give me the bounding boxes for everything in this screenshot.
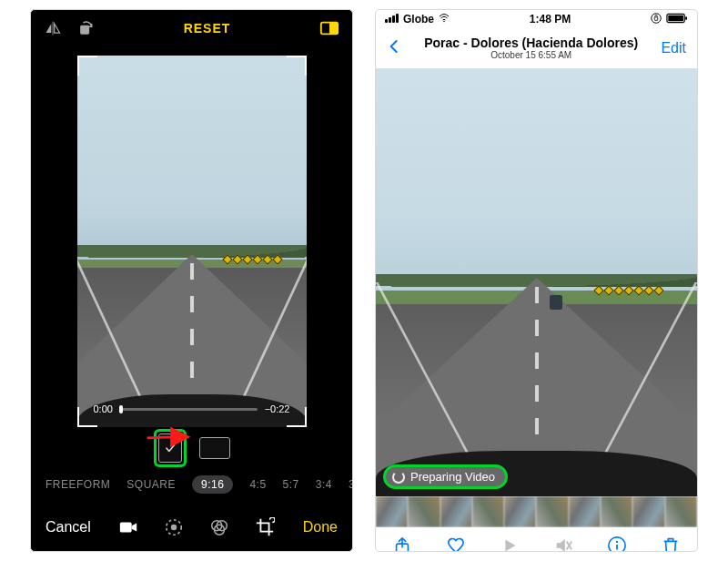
svg-rect-4 [120,523,132,533]
edit-button[interactable]: Edit [661,40,686,56]
scrubber-track[interactable] [120,408,258,411]
info-icon[interactable] [607,536,627,552]
media-viewport[interactable]: Preparing Video [376,68,697,496]
back-button[interactable] [387,36,401,60]
svg-point-6 [171,525,177,530]
ratio-5-7[interactable]: 5:7 [283,478,299,491]
mute-icon[interactable] [553,536,573,552]
highlight-portrait [154,429,187,467]
aspect-ratio-strip[interactable]: FREEFORM SQUARE 9:16 4:5 5:7 3:4 3:5 [31,469,352,500]
orientation-lock-icon [650,12,662,27]
ratio-3-4[interactable]: 3:4 [316,478,332,491]
aspect-ratio-icon[interactable] [319,18,339,38]
crop-handle-tl[interactable] [77,56,97,76]
crop-tab-icon[interactable] [255,517,275,537]
viewer-screen: Globe 1:48 PM Porac - Dolores (Hacienda … [375,9,698,552]
video-tab-icon[interactable] [118,517,138,537]
svg-rect-15 [668,15,683,20]
time-current: 0:00 [94,403,113,414]
orientation-row [31,427,352,469]
share-icon[interactable] [392,536,412,552]
thumbnail-strip[interactable] [376,496,697,527]
play-icon[interactable] [500,536,520,552]
viewer-toolbar [376,527,697,552]
rotate-icon[interactable] [76,19,95,37]
cancel-button[interactable]: Cancel [46,519,91,536]
ratio-3-5[interactable]: 3:5 [349,478,352,491]
timestamp-subtitle: October 15 6:55 AM [424,50,638,61]
done-button[interactable]: Done [303,519,338,536]
time-remaining: −0:22 [265,403,290,414]
video-scrubber[interactable]: 0:00 −0:22 [94,403,290,414]
video-frame [77,56,307,427]
editor-bottombar: Cancel Done [31,504,352,551]
trash-icon[interactable] [661,536,681,552]
editor-topbar: RESET [31,10,352,46]
spinner-icon [392,471,405,484]
svg-point-20 [616,541,618,543]
battery-icon [666,13,688,26]
ratio-9-16[interactable]: 9:16 [192,475,233,494]
crop-handle-tr[interactable] [287,56,307,76]
filters-tab-icon[interactable] [209,517,229,537]
nav-bar: Porac - Dolores (Hacienda Dolores) Octob… [376,28,697,68]
clock-label: 1:48 PM [530,13,571,26]
svg-rect-14 [685,16,687,20]
adjust-tab-icon[interactable] [164,517,184,537]
wifi-icon [438,13,450,26]
ratio-freeform[interactable]: FREEFORM [46,478,110,491]
preparing-label: Preparing Video [410,470,495,484]
flip-horizontal-icon[interactable] [44,19,62,37]
reset-button[interactable]: RESET [184,21,231,36]
svg-point-10 [443,20,445,22]
svg-rect-1 [80,26,89,35]
location-title: Porac - Dolores (Hacienda Dolores) [424,36,638,50]
svg-rect-12 [654,16,658,19]
favorite-icon[interactable] [446,536,466,552]
svg-rect-3 [329,23,338,35]
crop-canvas[interactable]: 0:00 −0:22 [77,56,307,427]
orientation-landscape-button[interactable] [199,437,230,459]
orientation-portrait-button[interactable] [158,434,182,463]
editor-screen: RESET 0:00 −0:22 [30,9,353,552]
status-bar: Globe 1:48 PM [376,10,697,28]
ratio-4-5[interactable]: 4:5 [249,478,266,491]
preparing-video-pill: Preparing Video [385,466,506,487]
video-frame [376,68,697,496]
ratio-square[interactable]: SQUARE [126,478,176,491]
signal-icon [385,13,399,26]
carrier-label: Globe [403,13,434,26]
